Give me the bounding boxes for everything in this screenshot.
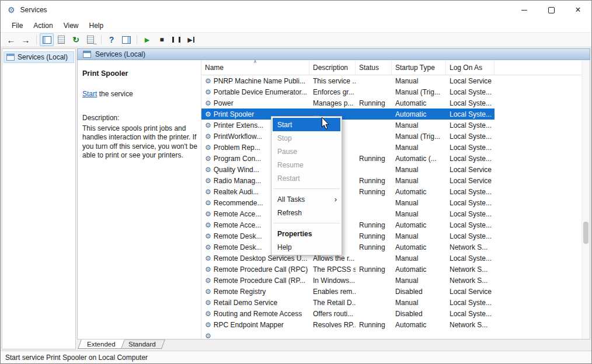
console-tree-icon[interactable] [40,33,54,46]
service-startup-type: Disabled [392,286,446,297]
table-row[interactable]: ⚙Remote Desk...RunningManualLocal Syste.… [201,230,495,242]
service-gear-icon: ⚙ [205,78,211,85]
table-row[interactable]: ⚙Remote Procedure Call (RPC)The RPCSS s.… [201,264,495,275]
action-pane-icon[interactable] [119,33,133,46]
table-row[interactable]: ⚙Remote Desktop Services U...Allows the … [201,253,495,264]
column-header-description[interactable]: Description [309,60,356,75]
service-status [356,286,392,297]
toolbar-separator [101,35,102,44]
title-bar: ⚙ Services [1,1,591,19]
description-text: This service spools print jobs and handl… [82,124,198,160]
menu-file[interactable]: File [6,20,28,31]
service-log-on-as: Network S... [446,242,495,253]
status-bar-text: Start service Print Spooler on Local Com… [5,354,148,362]
service-startup-type: Manual [392,275,446,286]
menu-help[interactable]: Help [84,20,109,31]
scrollbar-thumb[interactable] [583,222,588,244]
service-startup-type: Automatic (... [392,153,446,164]
menu-item-start[interactable]: Start [273,118,340,131]
service-log-on-as: Local Syste... [446,197,495,208]
menu-action[interactable]: Action [28,20,58,31]
service-name: Power [214,99,234,107]
menu-item-properties[interactable]: Properties [273,227,340,240]
column-header-log-on-as[interactable]: Log On As [446,60,495,75]
table-row[interactable]: ⚙PowerManages p...RunningAutomaticLocal … [201,97,495,108]
back-icon[interactable] [4,33,18,46]
help-icon[interactable] [105,33,119,46]
menu-item-all-tasks[interactable]: All Tasks› [273,192,340,206]
restart-service-icon[interactable] [184,33,198,46]
menu-item-refresh[interactable]: Refresh [273,206,340,219]
menu-item-help[interactable]: Help [273,240,340,254]
service-status [356,253,392,264]
column-header-startup-type[interactable]: Startup Type [392,60,446,75]
minimize-button[interactable] [511,1,538,19]
table-row[interactable]: ⚙Recommende......s...ManualLocal Syste..… [201,197,495,208]
close-button[interactable] [565,1,591,19]
service-startup-type: Manual (Trig... [392,86,446,97]
start-service-icon[interactable] [140,33,154,46]
service-log-on-as: Network S... [446,319,495,330]
table-row[interactable]: ⚙Remote RegistryEnables rem...DisabledLo… [201,286,495,297]
table-row[interactable]: ⚙ [201,330,495,339]
stop-service-icon[interactable] [155,33,169,46]
service-startup-type: Manual [392,297,446,308]
menu-item-label: Resume [277,161,304,169]
tree-item-services-local[interactable]: Services (Local) [4,51,74,63]
extended-detail-pane: Print Spooler Start the service Descript… [78,60,201,339]
tab-standard[interactable]: Standard [119,340,165,349]
forward-icon[interactable] [19,33,33,46]
service-startup-type: Automatic [392,108,446,120]
table-row[interactable]: ⚙Radio Manag......a...RunningManualLocal… [201,175,495,186]
pause-service-icon[interactable] [169,33,183,46]
service-name: Remote Acce... [214,221,261,229]
service-gear-icon: ⚙ [205,133,211,140]
table-row[interactable]: ⚙Program Con......RunningAutomatic (...L… [201,153,495,164]
table-row[interactable]: ⚙PNRP Machine Name Publi...This service … [201,75,495,86]
column-header-name[interactable]: Name∧ [201,60,309,75]
table-row[interactable]: ⚙Remote Desk...RunningAutomaticNetwork S… [201,242,495,253]
service-name-cell: ⚙Retail Demo Service [201,297,309,308]
tree-item-label: Services (Local) [18,53,68,61]
table-row[interactable]: ⚙Problem Rep......ManualLocal Syste... [201,142,495,153]
table-header: Name∧DescriptionStatusStartup TypeLog On… [201,60,590,75]
start-service-link[interactable]: Start [82,90,97,98]
table-row[interactable]: ⚙Remote Acce......o...ManualLocal Syste.… [201,208,495,219]
service-gear-icon: ⚙ [205,244,211,251]
service-gear-icon: ⚙ [205,310,211,317]
table-row[interactable]: ⚙Retail Demo ServiceThe Retail D...Manua… [201,297,495,308]
menu-view[interactable]: View [58,20,84,31]
service-name: Retail Demo Service [214,299,277,307]
service-name-cell: ⚙Routing and Remote Access [201,308,309,319]
vertical-scrollbar[interactable] [581,60,590,339]
table-row[interactable]: ⚙RPC Endpoint MapperResolves RP...Runnin… [201,319,495,330]
toolbar-separator [137,35,137,44]
refresh-icon[interactable] [69,33,83,46]
properties-icon[interactable] [54,33,68,46]
table-row[interactable]: ⚙Quality Wind...ManualLocal Service [201,164,495,175]
status-bar: Start service Print Spooler on Local Com… [1,351,591,363]
table-row[interactable]: ⚙Routing and Remote AccessOffers routi..… [201,308,495,319]
description-heading: Description: [82,114,195,122]
table-row[interactable]: ⚙Printer Extens......ManualLocal Syste..… [201,120,495,131]
table-row[interactable]: ⚙Remote Procedure Call (RP...In Windows.… [201,275,495,286]
service-name: Routing and Remote Access [214,310,302,318]
table-row[interactable]: ⚙PrintWorkflow......Manual (Trig...Local… [201,131,495,142]
service-status: Running [356,230,392,242]
maximize-button[interactable] [538,1,565,19]
export-list-icon[interactable] [83,33,97,46]
table-row[interactable]: ⚙Remote Acce...RunningAutomaticLocal Sys… [201,219,495,230]
table-row[interactable]: ⚙Print Spooler...AutomaticLocal Syste... [201,108,495,120]
table-row[interactable]: ⚙Realtek Audi...RunningAutomaticLocal Sy… [201,186,495,197]
service-gear-icon: ⚙ [205,200,211,206]
service-status: Running [356,97,392,108]
menu-item-label: Pause [277,148,297,156]
service-log-on-as: Local Service [446,75,495,86]
column-header-status[interactable]: Status [356,60,392,75]
service-status [356,164,392,175]
service-gear-icon: ⚙ [205,222,211,229]
service-name-cell: ⚙Remote Registry [201,286,309,297]
service-log-on-as: Local Syste... [446,86,495,97]
table-row[interactable]: ⚙Portable Device Enumerator...Enforces g… [201,86,495,97]
tab-extended[interactable]: Extended [78,340,124,349]
